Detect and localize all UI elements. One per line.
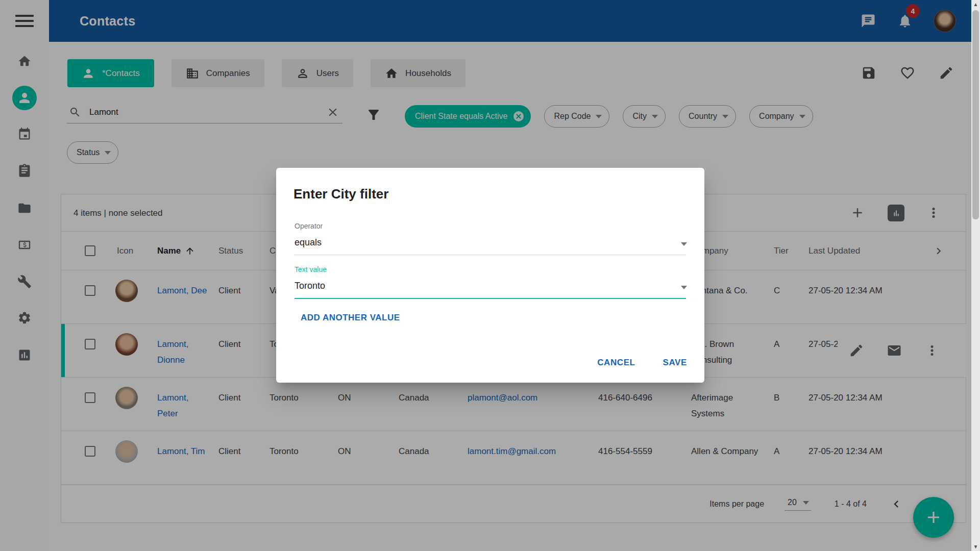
chevron-down-icon[interactable] [681,286,687,289]
scroll-down-icon[interactable]: ▼ [971,542,980,551]
scrollbar-thumb[interactable] [972,10,979,219]
chevron-down-icon[interactable] [681,242,687,246]
text-value-select[interactable]: Toronto [295,281,325,291]
text-value-label: Text value [295,265,327,273]
app-window: Contacts 4 *Contacts Companies Users Hou… [0,0,980,551]
city-filter-dialog: Enter City filter Operator equals Text v… [276,168,704,383]
dialog-buttons: CANCEL SAVE [595,355,689,371]
cancel-button[interactable]: CANCEL [595,355,637,371]
scroll-up-icon[interactable]: ▲ [971,0,980,9]
save-button[interactable]: SAVE [661,355,689,371]
operator-label: Operator [295,222,323,230]
text-value-underline [295,298,686,299]
dialog-title: Enter City filter [293,186,388,202]
add-another-value-button[interactable]: ADD ANOTHER VALUE [301,313,400,323]
page-scrollbar[interactable]: ▲ ▼ [971,0,980,551]
operator-underline [295,255,686,255]
operator-select[interactable]: equals [295,237,322,248]
